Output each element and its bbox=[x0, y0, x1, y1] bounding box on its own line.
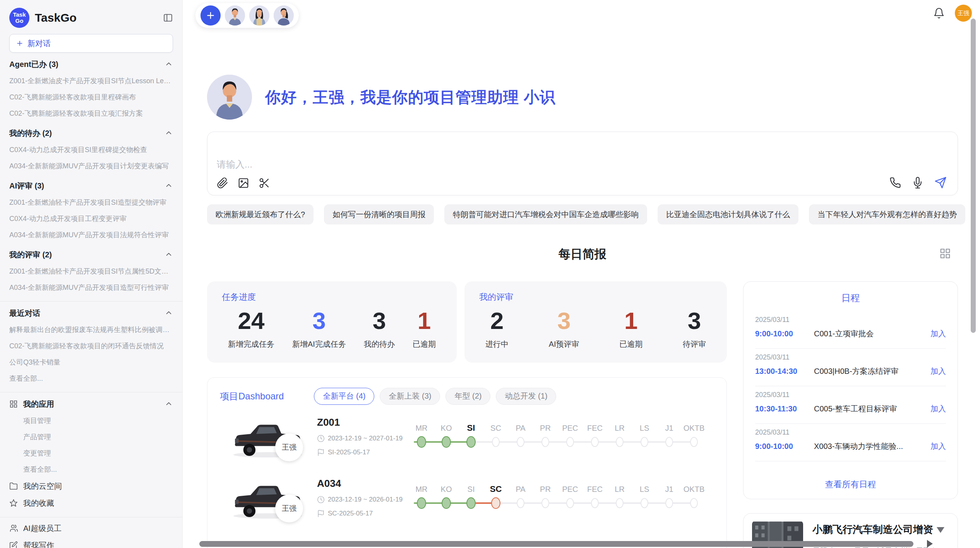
sidebar-item-favorites[interactable]: 我的收藏 bbox=[9, 495, 173, 512]
phone-icon[interactable] bbox=[889, 177, 901, 188]
tab-new-platform[interactable]: 全新平台 (4) bbox=[314, 388, 374, 405]
chevron-up-icon[interactable] bbox=[164, 129, 173, 137]
stat-label: 新增AI完成任务 bbox=[292, 339, 346, 349]
list-item[interactable]: A034-全新新能源MUV产品开发项目造型可行性评审 bbox=[9, 279, 173, 296]
join-link[interactable]: 加入 bbox=[930, 441, 946, 452]
chevron-up-icon[interactable] bbox=[164, 309, 173, 317]
suggestion-chip[interactable]: 欧洲新规最近颁布了什么? bbox=[207, 204, 314, 224]
section-recent-chats[interactable]: 最近对话 bbox=[9, 305, 173, 322]
list-item[interactable]: 公司Q3轻卡销量 bbox=[9, 354, 173, 370]
sidebar-collapse-icon[interactable] bbox=[163, 13, 173, 23]
project-code[interactable]: Z001 bbox=[317, 416, 406, 428]
stat-value: 3 bbox=[373, 307, 386, 334]
chevron-up-icon[interactable] bbox=[164, 60, 173, 68]
section-title: 最近对话 bbox=[9, 308, 40, 319]
view-all-schedule-link[interactable]: 查看所有日程 bbox=[744, 479, 958, 490]
list-item[interactable]: A034-全新新能源MUV产品开发项目计划变更表编写 bbox=[9, 158, 173, 174]
milestone-label: KO bbox=[441, 423, 452, 433]
milestone: OKTB bbox=[682, 484, 706, 508]
vertical-scrollbar-thumb[interactable] bbox=[971, 19, 976, 333]
sidebar-item-ai-employee[interactable]: AI超级员工 bbox=[9, 520, 173, 537]
tab-year-model[interactable]: 年型 (2) bbox=[445, 388, 490, 405]
section-my-review[interactable]: 我的评审 (2) bbox=[9, 246, 173, 263]
join-link[interactable]: 加入 bbox=[930, 329, 946, 339]
scroll-right-arrow[interactable] bbox=[927, 540, 933, 548]
list-item[interactable]: C02-飞腾新能源轻客改款项目里程碑画布 bbox=[9, 89, 173, 105]
project-dashboard-card: 项目Dashboard 全新平台 (4) 全新上装 (3) 年型 (2) 动总开… bbox=[207, 377, 727, 548]
horizontal-scrollbar-thumb[interactable] bbox=[199, 541, 913, 547]
project-owner-badge[interactable]: 王强 bbox=[275, 433, 303, 461]
view-all-link[interactable]: 查看全部... bbox=[9, 370, 173, 387]
plus-icon bbox=[206, 10, 216, 21]
stat: 1 已逾期 bbox=[619, 307, 642, 349]
scroll-down-arrow[interactable] bbox=[937, 527, 944, 533]
milestone: SC bbox=[483, 484, 508, 509]
section-agent-done[interactable]: Agent已办 (3) bbox=[9, 56, 173, 73]
suggestion-chip[interactable]: 当下年轻人对汽车外观有怎样的喜好趋势 bbox=[809, 204, 965, 224]
list-item[interactable]: C0X4-动力总成开发项目工程变更评审 bbox=[9, 211, 173, 227]
join-link[interactable]: 加入 bbox=[930, 404, 946, 414]
section-title: 我的应用 bbox=[23, 399, 54, 409]
avatar[interactable] bbox=[249, 5, 269, 26]
stat: 24 新增完成任务 bbox=[228, 307, 274, 349]
add-agent-button[interactable] bbox=[200, 5, 221, 26]
avatar[interactable] bbox=[274, 5, 294, 26]
list-item[interactable]: Z001-全新燃油轻卡产品开发项目SI造型提交物评审 bbox=[9, 194, 173, 211]
chevron-up-icon[interactable] bbox=[164, 400, 173, 408]
divider bbox=[755, 461, 946, 461]
join-link[interactable]: 加入 bbox=[930, 366, 946, 377]
suggestion-chip[interactable]: 特朗普可能对进口汽车增税会对中国车企造成哪些影响 bbox=[444, 204, 647, 224]
section-my-todo[interactable]: 我的待办 (2) bbox=[9, 125, 173, 142]
stat: 2 进行中 bbox=[485, 307, 509, 349]
topbar-right: 王强 bbox=[933, 5, 972, 22]
tab-new-body[interactable]: 全新上装 (3) bbox=[380, 388, 440, 405]
send-icon[interactable] bbox=[934, 176, 947, 189]
sidebar-item-project-mgmt[interactable]: 项目管理 bbox=[9, 413, 173, 429]
paperclip-icon[interactable] bbox=[217, 177, 228, 189]
list-item[interactable]: C0X4-动力总成开发项目SI里程碑提交物检查 bbox=[9, 142, 173, 158]
milestone-dot bbox=[665, 437, 673, 447]
divider bbox=[0, 517, 182, 517]
bell-icon[interactable] bbox=[933, 7, 945, 19]
sidebar-item-cloud-space[interactable]: 我的云空间 bbox=[9, 478, 173, 495]
edit-icon bbox=[9, 541, 18, 548]
stat: 3 我的待办 bbox=[364, 307, 395, 349]
list-item[interactable]: 解释最新出台的欧盟报废车法规再生塑料比例被调至15%... bbox=[9, 322, 173, 338]
page-title: 每日简报 bbox=[559, 247, 607, 261]
sidebar-item-change-mgmt[interactable]: 变更管理 bbox=[9, 445, 173, 461]
section-my-apps[interactable]: 我的应用 bbox=[9, 396, 173, 413]
view-all-link[interactable]: 查看全部... bbox=[9, 461, 173, 478]
list-item[interactable]: A034-全新新能源MUV产品开发项目法规符合性评审 bbox=[9, 227, 173, 243]
milestone-label: PEC bbox=[562, 484, 578, 494]
new-chat-button[interactable]: 新对话 bbox=[9, 34, 173, 53]
milestone-label: PR bbox=[540, 423, 551, 433]
event-time: 9:00-10:00 bbox=[755, 442, 814, 451]
sidebar-item-label: 帮我写作 bbox=[23, 540, 54, 548]
milestone: LR bbox=[607, 484, 632, 508]
milestone-label: PR bbox=[540, 484, 551, 494]
tab-powertrain[interactable]: 动总开发 (1) bbox=[496, 388, 556, 405]
list-item[interactable]: Z001-全新燃油皮卡产品开发项目SI节点Lesson Learn报告 bbox=[9, 73, 173, 89]
sidebar-item-help-write[interactable]: 帮我写作 bbox=[9, 537, 173, 548]
project-meta: Z001 2023-12-19 ~ 2027-01-19 SI-2025-05-… bbox=[317, 416, 406, 456]
suggestion-chip[interactable]: 如何写一份清晰的项目周报 bbox=[324, 204, 434, 224]
avatar[interactable] bbox=[225, 5, 245, 26]
project-code[interactable]: A034 bbox=[317, 478, 406, 490]
project-owner-badge[interactable]: 王强 bbox=[275, 495, 303, 522]
sidebar-item-product-mgmt[interactable]: 产品管理 bbox=[9, 429, 173, 445]
scissors-icon[interactable] bbox=[259, 177, 270, 189]
list-item[interactable]: Z001-全新燃油轻卡产品开发项目SI节点属性5D文件评审 bbox=[9, 263, 173, 279]
milestone-label: PA bbox=[516, 484, 525, 494]
layout-grid-icon[interactable] bbox=[939, 248, 951, 259]
list-item[interactable]: C02-飞腾新能源轻客改款项目的闭环通告反馈情况 bbox=[9, 338, 173, 354]
schedule-event: 2025/03/11 13:00-14:30 C003|H0B-方案冻结评审 加… bbox=[755, 349, 946, 386]
section-ai-review[interactable]: AI评审 (3) bbox=[9, 177, 173, 194]
image-icon[interactable] bbox=[238, 177, 249, 189]
chat-input[interactable]: 请输入... bbox=[207, 132, 958, 195]
chevron-up-icon[interactable] bbox=[164, 250, 173, 259]
user-avatar[interactable]: 王强 bbox=[955, 5, 972, 22]
list-item[interactable]: C02-飞腾新能源轻客改款项目立项汇报方案 bbox=[9, 105, 173, 122]
chevron-up-icon[interactable] bbox=[164, 182, 173, 190]
suggestion-chip[interactable]: 比亚迪全固态电池计划具体说了什么 bbox=[658, 204, 798, 224]
mic-icon[interactable] bbox=[912, 177, 923, 188]
